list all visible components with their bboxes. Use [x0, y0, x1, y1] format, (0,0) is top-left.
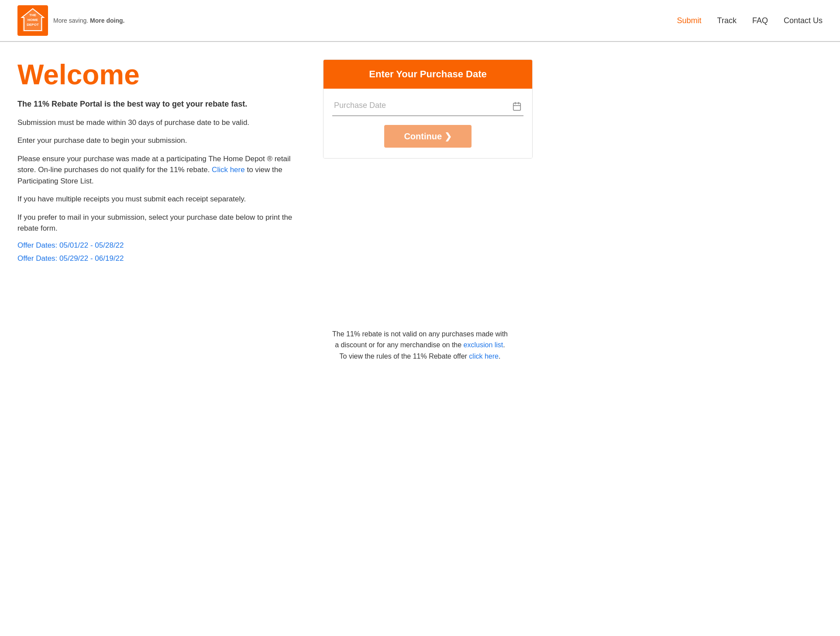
para3: Please ensure your purchase was made at … — [17, 153, 297, 187]
panel-body: Continue ❯ — [324, 89, 532, 158]
bottom-note: The 11% rebate is not valid on any purch… — [17, 328, 823, 362]
offer-link-1[interactable]: Offer Dates: 05/01/22 - 05/28/22 — [17, 241, 297, 250]
nav-submit[interactable]: Submit — [677, 16, 702, 25]
calendar-icon — [512, 101, 522, 113]
logo-text: THE HOME DEPOT — [17, 4, 48, 37]
bottom-line1: The 11% rebate is not valid on any purch… — [332, 330, 508, 338]
logo-area: THE HOME DEPOT More saving. More doing. — [17, 5, 124, 36]
svg-text:THE: THE — [29, 13, 37, 17]
bottom-line2-before: a discount or for any merchandise on the — [335, 341, 463, 349]
purchase-date-input[interactable] — [332, 99, 523, 112]
main-content: Welcome The 11% Rebate Portal is the bes… — [0, 42, 550, 285]
continue-button[interactable]: Continue ❯ — [384, 125, 472, 148]
tagline: More saving. More doing. — [53, 17, 124, 24]
svg-rect-5 — [513, 103, 521, 111]
offer-link-2[interactable]: Offer Dates: 05/29/22 - 06/19/22 — [17, 254, 297, 263]
svg-text:HOME: HOME — [28, 18, 38, 22]
logo-box: THE HOME DEPOT — [17, 5, 48, 36]
para5: If you prefer to mail in your submission… — [17, 212, 297, 234]
subtitle: The 11% Rebate Portal is the best way to… — [17, 99, 297, 110]
welcome-heading: Welcome — [17, 59, 297, 90]
svg-text:DEPOT: DEPOT — [27, 23, 39, 27]
para1: Submission must be made within 30 days o… — [17, 117, 297, 128]
panel-header: Enter Your Purchase Date — [324, 60, 532, 89]
bottom-line2-after: . — [503, 341, 505, 349]
nav-faq[interactable]: FAQ — [752, 16, 768, 25]
right-column: Enter Your Purchase Date Continue ❯ — [323, 59, 533, 267]
main-nav: Submit Track FAQ Contact Us — [677, 16, 823, 25]
nav-contact[interactable]: Contact Us — [784, 16, 823, 25]
click-here-rules-link[interactable]: click here — [469, 353, 499, 360]
nav-track[interactable]: Track — [717, 16, 737, 25]
bottom-line3-after: . — [499, 353, 500, 360]
bottom-line3-before: To view the rules of the 11% Rebate offe… — [340, 353, 469, 360]
click-here-link[interactable]: Click here — [212, 166, 245, 174]
exclusion-list-link[interactable]: exclusion list — [464, 341, 503, 349]
bottom-section: The 11% rebate is not valid on any purch… — [0, 285, 840, 380]
date-input-wrap — [332, 99, 523, 116]
date-panel: Enter Your Purchase Date Continue ❯ — [323, 59, 533, 159]
tagline-wrap: More saving. More doing. — [53, 17, 124, 24]
para2: Enter your purchase date to begin your s… — [17, 135, 297, 146]
para4: If you have multiple receipts you must s… — [17, 194, 297, 205]
left-column: Welcome The 11% Rebate Portal is the bes… — [17, 59, 297, 267]
